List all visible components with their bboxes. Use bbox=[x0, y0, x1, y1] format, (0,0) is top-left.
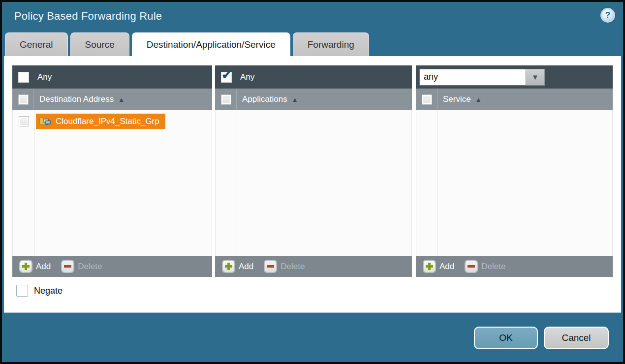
list-item[interactable]: Cloudflare_IPv4_Static_Grp bbox=[13, 110, 212, 130]
destination-address-list: Cloudflare_IPv4_Static_Grp bbox=[12, 110, 212, 256]
selected-address-group[interactable]: Cloudflare_IPv4_Static_Grp bbox=[36, 114, 165, 129]
cancel-button[interactable]: Cancel bbox=[544, 327, 609, 349]
service-footer: Add Delete bbox=[416, 256, 613, 277]
applications-any-label: Any bbox=[240, 72, 254, 82]
help-icon[interactable]: ? bbox=[600, 8, 615, 23]
applications-list bbox=[215, 110, 412, 256]
applications-select-all-cell bbox=[215, 89, 237, 110]
dialog-title: Policy Based Forwarding Rule bbox=[14, 10, 623, 23]
applications-any-row: ✔ Any bbox=[215, 65, 412, 89]
item-checkbox[interactable] bbox=[19, 116, 29, 126]
tab-bar: General Source Destination/Application/S… bbox=[2, 32, 623, 56]
columns-container: Any Destination Address ▲ bbox=[12, 65, 615, 277]
delete-icon[interactable] bbox=[264, 260, 277, 273]
tab-source[interactable]: Source bbox=[70, 32, 129, 56]
destination-footer: Add Delete bbox=[12, 256, 212, 277]
chevron-down-icon: ▼ bbox=[531, 73, 539, 81]
add-button[interactable]: Add bbox=[239, 262, 253, 272]
destination-address-column: Any Destination Address ▲ bbox=[12, 65, 212, 277]
tab-forwarding[interactable]: Forwarding bbox=[293, 32, 369, 56]
applications-footer: Add Delete bbox=[215, 256, 412, 277]
add-button[interactable]: Add bbox=[439, 262, 454, 272]
delete-button[interactable]: Delete bbox=[281, 262, 305, 272]
delete-button[interactable]: Delete bbox=[481, 262, 505, 272]
add-icon[interactable] bbox=[423, 260, 436, 273]
applications-column: ✔ Any Applications ▲ Add Delete bbox=[215, 65, 412, 277]
service-dropdown[interactable]: any ▼ bbox=[419, 69, 545, 86]
service-select-all-cell bbox=[416, 89, 438, 110]
destination-any-checkbox[interactable] bbox=[18, 72, 29, 83]
destination-address-column-header[interactable]: Destination Address bbox=[39, 94, 114, 104]
service-dropdown-row: any ▼ bbox=[416, 65, 613, 89]
address-group-icon bbox=[39, 116, 51, 126]
add-icon[interactable] bbox=[20, 260, 32, 273]
destination-any-row: Any bbox=[12, 65, 212, 89]
ok-button[interactable]: OK bbox=[474, 327, 538, 349]
sort-asc-icon: ▲ bbox=[292, 96, 298, 103]
destination-address-header-row: Destination Address ▲ bbox=[12, 89, 212, 110]
negate-checkbox[interactable] bbox=[16, 285, 28, 297]
service-list bbox=[416, 110, 613, 256]
add-button[interactable]: Add bbox=[36, 262, 51, 272]
delete-button[interactable]: Delete bbox=[78, 262, 102, 272]
add-icon[interactable] bbox=[222, 260, 235, 273]
dialog-titlebar: Policy Based Forwarding Rule ? bbox=[2, 2, 623, 32]
pbf-rule-dialog: Policy Based Forwarding Rule ? General S… bbox=[0, 0, 625, 364]
sort-asc-icon: ▲ bbox=[118, 96, 125, 103]
destination-select-all-checkbox[interactable] bbox=[18, 94, 29, 105]
service-header-row: Service ▲ bbox=[416, 89, 613, 110]
dropdown-arrow-button[interactable]: ▼ bbox=[526, 69, 545, 86]
sort-asc-icon: ▲ bbox=[475, 96, 482, 103]
negate-label: Negate bbox=[34, 286, 62, 296]
service-dropdown-value[interactable]: any bbox=[419, 69, 526, 86]
applications-header-row: Applications ▲ bbox=[215, 89, 412, 110]
service-column: any ▼ Service ▲ Add bbox=[416, 65, 613, 277]
dialog-footer: OK Cancel bbox=[2, 313, 623, 362]
address-group-name: Cloudflare_IPv4_Static_Grp bbox=[56, 117, 159, 126]
destination-select-all-cell bbox=[12, 89, 34, 110]
applications-select-all-checkbox[interactable] bbox=[221, 94, 231, 105]
help-glyph: ? bbox=[605, 10, 610, 20]
checkmark-icon: ✔ bbox=[221, 69, 232, 81]
tab-general[interactable]: General bbox=[5, 32, 68, 56]
service-select-all-checkbox[interactable] bbox=[422, 94, 432, 105]
delete-icon[interactable] bbox=[465, 260, 477, 273]
tab-destination-application-service[interactable]: Destination/Application/Service bbox=[132, 32, 290, 56]
destination-any-label: Any bbox=[37, 72, 52, 82]
applications-column-header[interactable]: Applications bbox=[242, 94, 287, 104]
applications-any-checkbox[interactable]: ✔ bbox=[221, 72, 232, 83]
delete-icon[interactable] bbox=[62, 260, 74, 273]
negate-row: Negate bbox=[16, 285, 615, 297]
service-column-header[interactable]: Service bbox=[443, 94, 471, 104]
tab-content: Any Destination Address ▲ bbox=[4, 56, 621, 313]
